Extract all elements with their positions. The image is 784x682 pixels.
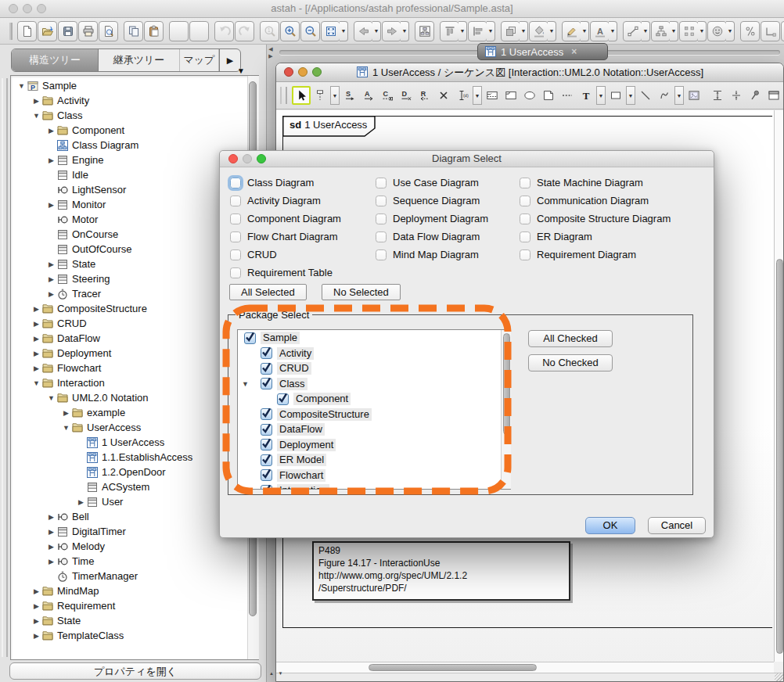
sidebar-tab-3[interactable]: マップ: [180, 49, 219, 71]
diagram-overview-button[interactable]: [415, 21, 434, 41]
tree-item-user[interactable]: ▶User: [12, 494, 246, 509]
expander-icon[interactable]: ▶: [46, 528, 56, 536]
checkbox-component-diagram[interactable]: [230, 214, 241, 224]
combined-fragment-tool-button[interactable]: [483, 86, 502, 105]
tree-item-requirement[interactable]: ▶Requirement: [12, 598, 246, 613]
cancel-button[interactable]: Cancel: [648, 517, 706, 534]
package-checkbox-checked[interactable]: [261, 439, 272, 450]
tree-item-compositestructure[interactable]: ▶CompositeStructure: [12, 301, 246, 316]
center-height-tool-button[interactable]: [727, 86, 746, 105]
expander-icon[interactable]: ▼: [242, 486, 249, 490]
nav-forward-dropdown[interactable]: ▼: [401, 21, 409, 41]
checkbox-class-diagram[interactable]: [230, 178, 241, 188]
package-checkbox-checked[interactable]: [261, 378, 272, 389]
checkbox-er-diagram[interactable]: [520, 232, 530, 242]
tree-item-state[interactable]: ▶State: [12, 613, 246, 628]
zoom-fit-button[interactable]: [321, 21, 340, 41]
duration-dropdown[interactable]: ▼: [473, 86, 482, 105]
zoom-out-button[interactable]: [300, 21, 320, 41]
checkbox-composite-structure-diagram[interactable]: [520, 214, 530, 224]
expander-icon[interactable]: ▶: [46, 260, 56, 268]
expander-icon[interactable]: ▶: [46, 127, 56, 135]
expander-icon[interactable]: ▶: [31, 602, 41, 610]
anchor-tool-button[interactable]: [558, 86, 577, 105]
expander-icon[interactable]: ▶: [31, 335, 41, 343]
package-item-activity[interactable]: Activity: [238, 346, 510, 361]
right-angle-line-button[interactable]: [761, 21, 780, 41]
save-button[interactable]: [58, 21, 77, 41]
rect-tool-button[interactable]: [606, 86, 625, 105]
checkbox-sequence-diagram[interactable]: [376, 196, 387, 206]
close-dialog-icon[interactable]: [228, 154, 238, 163]
fill-color-dropdown[interactable]: ▼: [548, 21, 556, 41]
tree-item-1-1-establishaccess[interactable]: 1.1.EstablishAccess: [12, 450, 246, 465]
zoom-diagram-icon[interactable]: [312, 67, 322, 77]
tree-item-mindmap[interactable]: ▶MindMap: [12, 583, 246, 598]
rect-dropdown[interactable]: ▼: [626, 86, 635, 105]
expander-icon[interactable]: ▼: [31, 112, 41, 120]
expander-icon[interactable]: ▶: [61, 409, 71, 417]
depth-arrange-dropdown[interactable]: ▼: [520, 21, 528, 41]
zoom-in-button[interactable]: [280, 21, 300, 41]
tree-item-steering[interactable]: ▶Steering: [12, 271, 246, 286]
interaction-use-tool-button[interactable]: [502, 86, 520, 105]
tree-item-1-2-opendoor[interactable]: 1.2.OpenDoor: [12, 465, 246, 479]
tree-item-outofcourse[interactable]: OutOfCourse: [12, 242, 246, 257]
expander-icon[interactable]: ▶: [31, 587, 41, 595]
checkbox-state-machine-diagram[interactable]: [520, 178, 530, 188]
curve-tool-button[interactable]: [655, 86, 674, 105]
expander-icon[interactable]: ▶: [31, 97, 41, 105]
tree-item-sample[interactable]: ▼PSample: [12, 78, 246, 93]
package-item-sample[interactable]: Sample: [238, 331, 510, 346]
package-item-flowchart[interactable]: Flowchart: [238, 468, 510, 483]
expander-icon[interactable]: ▶: [46, 275, 56, 283]
package-item-compositestructure[interactable]: CompositeStructure: [238, 407, 510, 422]
expander-icon[interactable]: ▼: [16, 82, 27, 90]
auto-layout-dropdown[interactable]: ▼: [726, 21, 735, 41]
canvas-corner-arrows-icon[interactable]: ▲ ▼: [269, 671, 285, 676]
duration-tool-button[interactable]: (d): [453, 86, 472, 105]
close-diagram-icon[interactable]: [284, 67, 293, 77]
tree-item-lightsensor[interactable]: LightSensor: [12, 182, 246, 197]
expander-icon[interactable]: ▼: [46, 394, 56, 402]
dialog-titlebar[interactable]: Diagram Select: [220, 151, 714, 167]
package-scrollbar-thumb[interactable]: [503, 333, 510, 435]
tree-item-interaction[interactable]: ▼Interaction: [12, 375, 246, 390]
connector-style-dropdown[interactable]: ▼: [642, 21, 650, 41]
canvas-vertical-scrollbar[interactable]: [774, 110, 784, 662]
line-tool-button[interactable]: [636, 86, 655, 105]
package-item-class[interactable]: ▼Class: [238, 376, 510, 391]
async-message-tool-button[interactable]: A: [359, 86, 378, 105]
print-preview-button[interactable]: [99, 21, 118, 41]
all-selected-button[interactable]: All Selected: [229, 284, 307, 300]
package-checkbox-checked[interactable]: [261, 485, 272, 490]
fill-color-button[interactable]: [529, 21, 548, 41]
ok-button[interactable]: OK: [585, 517, 635, 534]
image-tool-button[interactable]: [685, 86, 703, 105]
lifeline-dropdown[interactable]: ▼: [330, 86, 340, 105]
tree-item-deployment[interactable]: ▶Deployment: [12, 346, 246, 361]
grid-layout-button[interactable]: [679, 21, 699, 41]
vertical-scrollbar-thumb[interactable]: [776, 259, 783, 654]
zoom-dialog-icon[interactable]: [257, 154, 266, 163]
align-left-dropdown[interactable]: ▼: [487, 21, 495, 41]
nav-back-dropdown[interactable]: ▼: [372, 21, 381, 41]
zoom-fit-dropdown[interactable]: ▼: [340, 21, 348, 41]
expander-icon[interactable]: ▶: [31, 632, 41, 640]
minimize-diagram-icon[interactable]: [298, 67, 307, 77]
package-checkbox-checked[interactable]: [261, 408, 272, 420]
package-item-component[interactable]: Component: [238, 392, 510, 407]
pin-tool-button[interactable]: [746, 86, 764, 105]
expander-icon[interactable]: ▶: [76, 498, 86, 506]
note-shape[interactable]: P489Figure 14.17 - InteractionUsehttp://…: [312, 541, 570, 601]
align-top-button[interactable]: [440, 21, 459, 41]
expander-icon[interactable]: ▼: [31, 379, 41, 387]
print-button[interactable]: [78, 21, 98, 41]
minimize-window-icon[interactable]: [23, 4, 32, 13]
no-checked-button[interactable]: No Checked: [528, 354, 613, 372]
package-tree-scrollbar[interactable]: [501, 330, 511, 489]
note-tool-button[interactable]: [539, 86, 558, 105]
align-top-dropdown[interactable]: ▼: [459, 21, 467, 41]
canvas-horizontal-scrollbar[interactable]: [276, 662, 774, 673]
expander-icon[interactable]: ▶: [31, 364, 41, 372]
